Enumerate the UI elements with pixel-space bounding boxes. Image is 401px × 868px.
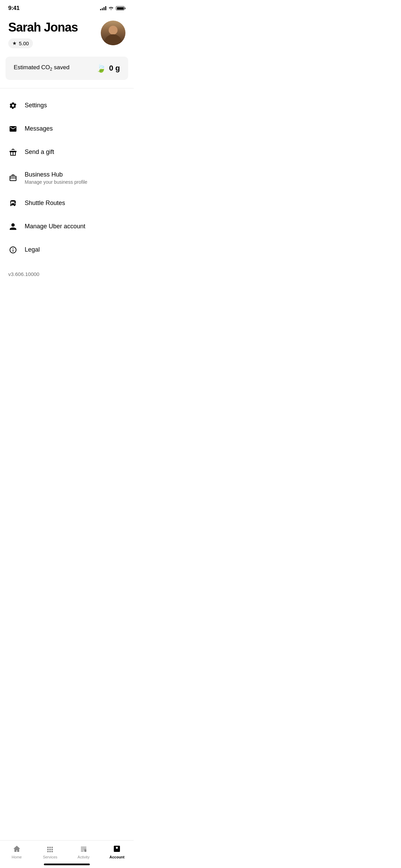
battery-icon: [116, 6, 125, 10]
menu-item-manage-account[interactable]: Manage Uber account: [0, 215, 134, 238]
info-icon: [8, 245, 18, 255]
business-hub-label: Business Hub: [25, 171, 125, 179]
co2-value: 🍃 0 g: [96, 63, 120, 73]
manage-account-text: Manage Uber account: [25, 222, 125, 230]
menu-item-settings[interactable]: Settings: [0, 94, 134, 117]
header-left: Sarah Jonas ★ 5.00: [8, 21, 101, 48]
shuttle-label: Shuttle Routes: [25, 199, 125, 207]
avatar[interactable]: [101, 21, 125, 45]
messages-label: Messages: [25, 125, 125, 133]
gift-text: Send a gift: [25, 148, 125, 156]
star-icon: ★: [12, 40, 17, 46]
briefcase-icon: [8, 173, 18, 182]
signal-icon: [100, 6, 106, 10]
status-time: 9:41: [8, 5, 20, 12]
gift-label: Send a gift: [25, 148, 125, 156]
messages-text: Messages: [25, 125, 125, 133]
person-icon: [8, 222, 18, 231]
co2-banner: Estimated CO2 saved 🍃 0 g: [5, 57, 128, 80]
header-section: Sarah Jonas ★ 5.00: [0, 15, 134, 57]
co2-label: Estimated CO2 saved: [14, 64, 70, 72]
gift-icon: [8, 147, 18, 157]
menu-item-legal[interactable]: Legal: [0, 238, 134, 262]
settings-text: Settings: [25, 101, 125, 109]
menu-list: Settings Messages Send a gi: [0, 91, 134, 264]
shuttle-icon: [8, 198, 18, 208]
section-divider: [0, 88, 134, 88]
legal-text: Legal: [25, 246, 125, 254]
status-icons: [100, 6, 125, 10]
manage-account-label: Manage Uber account: [25, 222, 125, 230]
menu-item-shuttle[interactable]: Shuttle Routes: [0, 192, 134, 215]
wifi-icon: [108, 6, 114, 10]
business-hub-sublabel: Manage your business profile: [25, 179, 125, 185]
legal-label: Legal: [25, 246, 125, 254]
co2-amount: 0 g: [109, 64, 120, 73]
menu-item-business-hub[interactable]: Business Hub Manage your business profil…: [0, 164, 134, 192]
settings-label: Settings: [25, 101, 125, 109]
svg-rect-0: [10, 151, 16, 152]
message-icon: [8, 124, 18, 134]
rating-text: 5.00: [19, 40, 29, 46]
user-name: Sarah Jonas: [8, 21, 101, 34]
leaf-icon: 🍃: [96, 63, 106, 73]
business-hub-text: Business Hub Manage your business profil…: [25, 171, 125, 185]
gear-icon: [8, 101, 18, 110]
menu-item-gift[interactable]: Send a gift: [0, 141, 134, 164]
rating-badge: ★ 5.00: [8, 38, 33, 48]
shuttle-text: Shuttle Routes: [25, 199, 125, 207]
menu-item-messages[interactable]: Messages: [0, 117, 134, 141]
status-bar: 9:41: [0, 0, 134, 15]
version-text: v3.606.10000: [0, 264, 134, 288]
